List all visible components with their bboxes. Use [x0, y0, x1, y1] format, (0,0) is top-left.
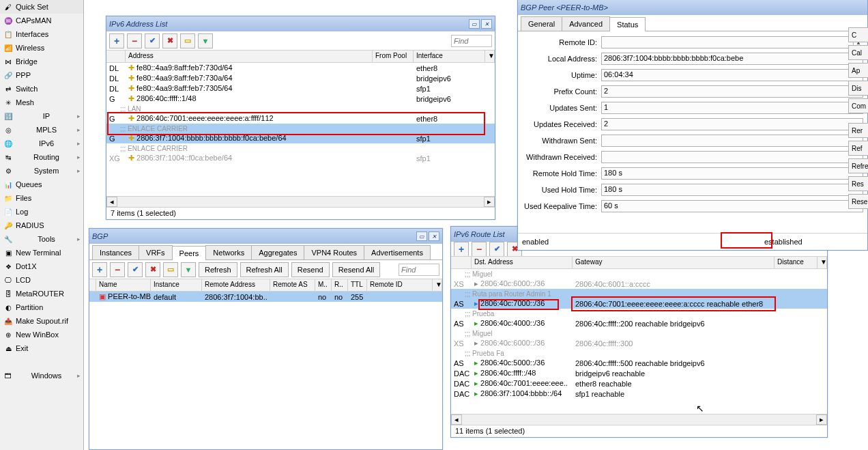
table-row[interactable]: G✚ 2806:3f7:1004:bbbb:bbbb:bbbb:f0ca:beb… [106, 133, 495, 143]
col-remote-id[interactable]: Remote ID [367, 279, 433, 291]
tab-vrfs[interactable]: VRFs [139, 245, 173, 259]
side-button[interactable]: Ap [848, 63, 868, 78]
sidebar-item-routing[interactable]: ↹Routing▸ [0, 150, 83, 164]
enable-button[interactable]: ✔ [128, 262, 143, 277]
table-row[interactable]: XG✚ 2806:3f7:1004::f0ca:bebe/64sfp1 [106, 153, 495, 163]
col-instance[interactable]: Instance [151, 279, 202, 291]
sidebar-item-lcd[interactable]: 🖵LCD [0, 273, 83, 287]
table-row[interactable]: ▣ PEER-to-MBdefault2806:3f7:1004:bb..non… [89, 292, 442, 302]
col-gateway[interactable]: Gateway [573, 257, 775, 268]
close-icon[interactable]: ✕ [481, 19, 492, 29]
table-row[interactable]: AS▸ 2806:40c:7000::/362806:40c:7001:eeee… [451, 298, 827, 309]
sidebar-item-mpls[interactable]: ◎MPLS▸ [0, 123, 83, 137]
minimize-icon[interactable]: ▭ [469, 19, 480, 29]
enable-button[interactable]: ✔ [145, 33, 160, 48]
side-button[interactable]: Rese [848, 194, 868, 209]
table-row[interactable]: DL✚ fe80::4aa9:8aff:feb7:730a/64bridgeip… [106, 73, 495, 83]
col-remote-addr[interactable]: Remote Address [202, 279, 270, 291]
row-comment[interactable]: ;;; LAN [106, 104, 495, 113]
col-distance[interactable]: Distance [775, 257, 818, 268]
filter-button[interactable]: ▼ [181, 262, 196, 277]
resend-button[interactable]: Resend [291, 262, 330, 277]
table-row[interactable]: AS▸ 2806:40c:5000::/362806:40c:ffff::500… [451, 358, 827, 368]
sidebar-item-interfaces[interactable]: 📋Interfaces [0, 27, 83, 41]
grid-body[interactable]: ;;; MiguelXS▸ 2806:40c:6000::/362806:40c… [451, 269, 827, 414]
h-scrollbar[interactable]: ◂▸ [106, 196, 495, 207]
table-row[interactable]: DAC▸ 2806:40c:ffff::/48bridgeipv6 reacha… [451, 368, 827, 378]
side-button[interactable]: Refre [848, 158, 868, 173]
col-ttl[interactable]: TTL [348, 279, 367, 291]
sidebar-item-system[interactable]: ⚙System▸ [0, 164, 83, 178]
sidebar-item-dot1x[interactable]: ❖Dot1X [0, 259, 83, 273]
col-remote-as[interactable]: Remote AS [270, 279, 315, 291]
add-button[interactable]: + [454, 242, 469, 257]
table-row[interactable]: DL✚ fe80::4aa9:8aff:feb7:730d/64ether8 [106, 63, 495, 73]
find-input[interactable] [451, 35, 492, 47]
remove-button[interactable]: − [472, 242, 487, 257]
col-address[interactable]: Address [126, 51, 373, 62]
disable-button[interactable]: ✖ [145, 262, 160, 277]
sidebar-item-exit[interactable]: ⏏Exit [0, 341, 83, 355]
sidebar-item-partition[interactable]: ◐Partition [0, 300, 83, 314]
table-row[interactable]: DAC▸ 2806:40c:7001:eeee:eee..ether8 reac… [451, 378, 827, 389]
sidebar-item-ipv6[interactable]: 🌐IPv6▸ [0, 137, 83, 150]
remove-button[interactable]: − [110, 262, 125, 277]
tab-advertisements[interactable]: Advertisements [364, 245, 431, 259]
window-titlebar[interactable]: IPv6 Address List ▭ ✕ [106, 16, 495, 31]
grid-body[interactable]: ▣ PEER-to-MBdefault2806:3f7:1004:bb..non… [89, 292, 442, 449]
sidebar-item-capsman[interactable]: ♒CAPsMAN [0, 14, 83, 27]
sidebar-item-queues[interactable]: 📊Queues [0, 178, 83, 191]
tab-general[interactable]: General [521, 16, 562, 31]
sidebar-item-bridge[interactable]: ⋈Bridge [0, 55, 83, 68]
refresh-all-button[interactable]: Refresh All [240, 262, 289, 277]
close-icon[interactable]: ✕ [429, 231, 439, 241]
row-comment[interactable]: ;;; Miguel [451, 269, 827, 279]
side-button[interactable]: Dis [848, 81, 868, 96]
sidebar-item-files[interactable]: 📁Files [0, 191, 83, 205]
table-row[interactable]: DAC▸ 2806:3f7:1004:bbbb::/64sfp1 reachab… [451, 389, 827, 399]
tab-vpn4-routes[interactable]: VPN4 Routes [304, 245, 364, 259]
table-row[interactable]: XS▸ 2806:40c:6000::/362806:40c:ffff::300 [451, 338, 827, 348]
side-button[interactable]: C [848, 27, 868, 42]
sidebar-item-quick-set[interactable]: 🖌Quick Set [0, 0, 83, 14]
row-comment[interactable]: ;;; Prueba [451, 309, 827, 318]
add-button[interactable]: + [109, 33, 124, 48]
tab-advanced[interactable]: Advanced [562, 16, 610, 31]
filter-button[interactable]: ▼ [198, 33, 213, 48]
row-comment[interactable]: ;;; Miguel [451, 328, 827, 338]
sidebar-item-metarouter[interactable]: 🗄MetaROUTER [0, 287, 83, 300]
row-comment[interactable]: ;;; Ruta para Router Admin 1 [451, 289, 827, 298]
resend-all-button[interactable]: Resend All [332, 262, 381, 277]
side-button[interactable]: Com [848, 98, 868, 113]
col-name[interactable]: Name [96, 279, 151, 291]
col-interface[interactable]: Interface [414, 51, 485, 62]
sidebar-item-log[interactable]: 📄Log [0, 205, 83, 219]
grid-body[interactable]: DL✚ fe80::4aa9:8aff:feb7:730d/64ether8DL… [106, 63, 495, 196]
row-comment[interactable]: ;;; ENLACE CARRIER [106, 124, 495, 133]
side-button[interactable]: Cal [848, 45, 868, 60]
remove-button[interactable]: − [127, 33, 142, 48]
tab-status[interactable]: Status [609, 17, 646, 31]
side-button[interactable]: Ref [848, 141, 868, 156]
tab-peers[interactable]: Peers [172, 246, 207, 260]
table-row[interactable]: DL✚ fe80::4aa9:8aff:feb7:7305/64sfp1 [106, 83, 495, 94]
tab-networks[interactable]: Networks [205, 245, 252, 259]
sidebar-item-make-supout.rif[interactable]: 📤Make Supout.rif [0, 314, 83, 328]
col-dst[interactable]: Dst. Address [472, 257, 573, 268]
window-titlebar[interactable]: BGP Peer <PEER-to-MB> [518, 0, 867, 15]
col-m[interactable]: M.. [315, 279, 332, 291]
comment-button[interactable]: ▭ [180, 33, 195, 48]
side-button[interactable]: Res [848, 176, 868, 191]
sidebar-item-ppp[interactable]: 🔗PPP [0, 68, 83, 82]
enable-button[interactable]: ✔ [489, 242, 504, 257]
sidebar-item-ip[interactable]: 🔢IP▸ [0, 109, 83, 123]
row-comment[interactable]: ;;; Prueba Fa [451, 348, 827, 358]
h-scrollbar[interactable]: ◂▸ [451, 414, 827, 425]
table-row[interactable]: AS▸ 2806:40c:4000::/362806:40c:ffff::200… [451, 318, 827, 328]
find-input[interactable] [399, 264, 439, 276]
sidebar-item-radius[interactable]: 🔑RADIUS [0, 219, 83, 232]
col-r[interactable]: R.. [332, 279, 348, 291]
tab-instances[interactable]: Instances [92, 245, 139, 259]
refresh-button[interactable]: Refresh [199, 262, 237, 277]
side-button[interactable]: Rer [848, 123, 868, 138]
